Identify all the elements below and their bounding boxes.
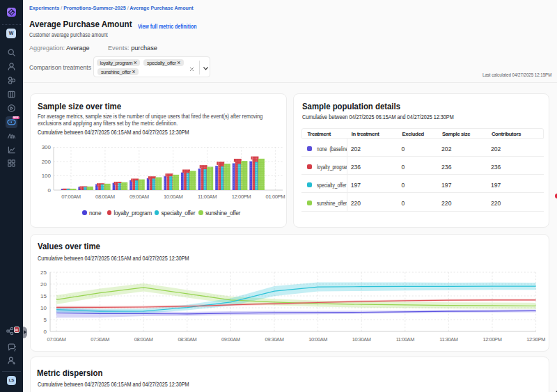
svg-text:200: 200	[42, 159, 52, 165]
svg-text:07:00AM: 07:00AM	[61, 194, 81, 200]
svg-text:0: 0	[44, 329, 47, 335]
svg-text:12:30PM: 12:30PM	[526, 336, 545, 343]
svg-text:08:00AM: 08:00AM	[134, 336, 153, 343]
svg-text:11:00AM: 11:00AM	[198, 194, 217, 200]
svg-text:11:00AM: 11:00AM	[396, 336, 414, 343]
svg-text:08:00AM: 08:00AM	[95, 194, 115, 200]
svg-text:15: 15	[40, 293, 47, 299]
svg-text:10: 10	[40, 305, 47, 311]
svg-text:07:00AM: 07:00AM	[47, 336, 66, 343]
svg-text:300: 300	[42, 144, 52, 150]
svg-text:12:00PM: 12:00PM	[232, 194, 251, 200]
svg-text:10:00AM: 10:00AM	[164, 194, 183, 200]
svg-text:5: 5	[44, 317, 47, 323]
svg-text:100: 100	[42, 173, 52, 179]
svg-text:09:00AM: 09:00AM	[221, 336, 240, 343]
svg-text:09:00AM: 09:00AM	[130, 194, 149, 200]
svg-text:20: 20	[40, 281, 47, 288]
svg-text:10:30AM: 10:30AM	[352, 336, 371, 343]
svg-text:12:00PM: 12:00PM	[483, 336, 502, 343]
svg-text:25: 25	[40, 269, 47, 276]
svg-text:01:00PM: 01:00PM	[266, 194, 285, 200]
svg-text:10:00AM: 10:00AM	[308, 336, 327, 343]
svg-text:08:30AM: 08:30AM	[178, 336, 196, 343]
svg-text:07:30AM: 07:30AM	[91, 336, 109, 343]
svg-text:0: 0	[48, 187, 52, 194]
svg-text:09:30AM: 09:30AM	[265, 336, 284, 343]
svg-text:11:30AM: 11:30AM	[439, 336, 457, 343]
